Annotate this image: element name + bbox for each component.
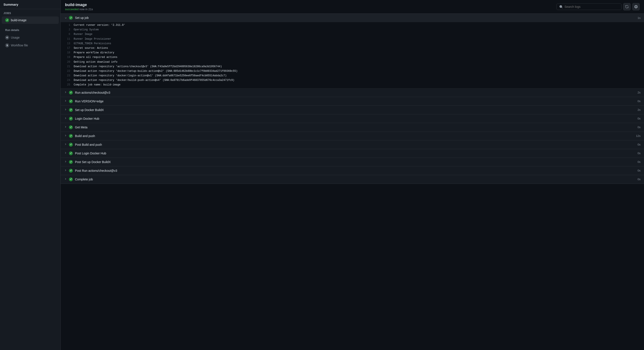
log-section-header-post-build-and-push[interactable]: Post Build and push0s bbox=[61, 141, 644, 149]
search-input[interactable] bbox=[564, 5, 619, 9]
log-section-header-get-meta[interactable]: Get Meta0s bbox=[61, 123, 644, 132]
log-line-content: Download action repository 'docker/setup… bbox=[74, 69, 640, 73]
log-section-header-run-version[interactable]: Run VERSION=edge0s bbox=[61, 97, 644, 106]
job-status-icon bbox=[5, 18, 9, 22]
log-line-content: Download action repository 'docker/build… bbox=[74, 78, 640, 82]
log-area[interactable]: Set up job1s1Current runner version: '2.… bbox=[61, 14, 644, 350]
log-line-number: 24 bbox=[61, 78, 74, 82]
workflow-file-label: Workflow file bbox=[11, 44, 28, 47]
main-content: build-image succeeded now in 21s bbox=[61, 0, 644, 350]
log-line: 17Secret source: Actions bbox=[61, 46, 644, 51]
log-line: 2Operating System bbox=[61, 28, 644, 32]
log-line-number: 20 bbox=[61, 60, 74, 64]
log-line-number: 21 bbox=[61, 65, 74, 69]
log-line-content: Getting action download info bbox=[74, 60, 640, 64]
step-status-icon bbox=[69, 143, 73, 147]
log-section-title: Post Build and push bbox=[75, 143, 102, 146]
refresh-button[interactable] bbox=[623, 3, 630, 11]
step-status-icon bbox=[69, 125, 73, 129]
log-section-header-set-up-buildx[interactable]: Set up Docker BuildX2s bbox=[61, 106, 644, 114]
chevron-icon bbox=[64, 143, 67, 146]
log-section-build-and-push: Build and push12s bbox=[61, 132, 644, 141]
log-line-content[interactable]: Runner Image bbox=[74, 32, 640, 37]
log-line-content: Secret source: Actions bbox=[74, 46, 640, 50]
log-section-post-run-checkout: Post Run actions/checkout@v30s bbox=[61, 167, 644, 175]
log-section-header-post-login-docker-hub[interactable]: Post Login Docker Hub0s bbox=[61, 149, 644, 158]
search-box[interactable] bbox=[556, 4, 622, 10]
log-lines: 1Current runner version: '2.311.0'2Opera… bbox=[61, 22, 644, 88]
log-section-time: 0s bbox=[638, 169, 640, 172]
log-section-header-post-run-checkout[interactable]: Post Run actions/checkout@v30s bbox=[61, 167, 644, 175]
search-icon bbox=[559, 5, 563, 9]
step-status-icon bbox=[69, 177, 73, 181]
log-line: 21Download action repository 'actions/ch… bbox=[61, 64, 644, 69]
log-line: 24Download action repository 'docker/bui… bbox=[61, 78, 644, 83]
log-line-content: Complete job name: build-image bbox=[74, 83, 640, 87]
log-line-content: Download action repository 'actions/chec… bbox=[74, 65, 640, 69]
sidebar: Summary Jobs build-image Run details Usa… bbox=[0, 0, 61, 350]
log-section-post-set-up-docker-buildx: Post Set up Docker BuildX0s bbox=[61, 158, 644, 167]
log-section-header-run-checkout[interactable]: Run actions/checkout@v32s bbox=[61, 89, 644, 97]
log-section-complete-job: Complete job0s bbox=[61, 175, 644, 184]
sidebar-item-workflow-file[interactable]: Workflow file bbox=[2, 42, 59, 49]
usage-label: Usage bbox=[11, 36, 20, 39]
usage-icon bbox=[5, 36, 9, 40]
step-status-icon bbox=[69, 117, 73, 121]
sidebar-item-build-image[interactable]: build-image bbox=[2, 17, 59, 24]
log-section-header-build-and-push[interactable]: Build and push12s bbox=[61, 132, 644, 140]
header-time: now in 21s bbox=[80, 8, 93, 11]
log-section-set-up-job: Set up job1s1Current runner version: '2.… bbox=[61, 14, 644, 89]
log-section-header-login-docker-hub[interactable]: Login Docker Hub0s bbox=[61, 115, 644, 123]
log-line-number: 18 bbox=[61, 51, 74, 55]
run-details-label: Run details bbox=[2, 28, 59, 33]
log-line: 25Complete job name: build-image bbox=[61, 83, 644, 87]
log-section-title: Run actions/checkout@v3 bbox=[75, 91, 110, 94]
log-line-number: 2 bbox=[61, 28, 74, 32]
step-status-icon bbox=[69, 134, 73, 138]
log-line-content[interactable]: Operating System bbox=[74, 28, 640, 32]
step-status-icon bbox=[69, 169, 73, 173]
log-section-title: Post Run actions/checkout@v3 bbox=[75, 169, 117, 172]
log-section-header-post-set-up-docker-buildx[interactable]: Post Set up Docker BuildX0s bbox=[61, 158, 644, 166]
log-line: 11Runner Image Provisioner bbox=[61, 37, 644, 42]
sidebar-summary[interactable]: Summary bbox=[0, 0, 60, 9]
header: build-image succeeded now in 21s bbox=[61, 0, 644, 14]
log-section-run-version: Run VERSION=edge0s bbox=[61, 97, 644, 106]
chevron-icon bbox=[64, 134, 67, 138]
log-line-number: 13 bbox=[61, 42, 74, 46]
chevron-icon bbox=[64, 160, 67, 164]
log-line: 1Current runner version: '2.311.0' bbox=[61, 23, 644, 28]
log-section-set-up-buildx: Set up Docker BuildX2s bbox=[61, 106, 644, 115]
log-line: 6Runner Image bbox=[61, 32, 644, 37]
log-line-number: 1 bbox=[61, 23, 74, 27]
log-section-time: 0s bbox=[638, 178, 640, 181]
log-section-time: 0s bbox=[638, 152, 640, 155]
workflow-file-icon bbox=[5, 43, 9, 47]
log-line-number: 22 bbox=[61, 69, 74, 73]
chevron-icon bbox=[64, 117, 67, 120]
header-title-group: build-image succeeded now in 21s bbox=[65, 3, 93, 11]
sidebar-item-usage[interactable]: Usage bbox=[2, 34, 59, 41]
step-status-icon bbox=[69, 151, 73, 155]
log-line-number: 19 bbox=[61, 55, 74, 60]
log-section-title: Run VERSION=edge bbox=[75, 100, 104, 103]
log-section-time: 0s bbox=[638, 100, 640, 103]
log-line-content[interactable]: Runner Image Provisioner bbox=[74, 37, 640, 41]
log-line-content[interactable]: GITHUB_TOKEN Permissions bbox=[74, 42, 640, 46]
log-section-time: 0s bbox=[638, 117, 640, 120]
log-section-header-set-up-job[interactable]: Set up job1s bbox=[61, 14, 644, 22]
log-line: 19Prepare all required actions bbox=[61, 55, 644, 60]
log-line-number: 25 bbox=[61, 83, 74, 87]
gear-icon bbox=[634, 5, 638, 9]
log-section-title: Complete job bbox=[75, 178, 93, 181]
log-line: 20Getting action download info bbox=[61, 60, 644, 64]
step-status-icon bbox=[69, 91, 73, 95]
log-line-number: 17 bbox=[61, 46, 74, 50]
log-section-time: 1s bbox=[638, 16, 640, 20]
chevron-icon bbox=[64, 126, 67, 129]
log-section-post-login-docker-hub: Post Login Docker Hub0s bbox=[61, 149, 644, 158]
log-section-header-complete-job[interactable]: Complete job0s bbox=[61, 175, 644, 184]
step-status-icon bbox=[69, 99, 73, 103]
jobs-section-label: Jobs bbox=[0, 9, 60, 16]
settings-button[interactable] bbox=[632, 3, 640, 11]
